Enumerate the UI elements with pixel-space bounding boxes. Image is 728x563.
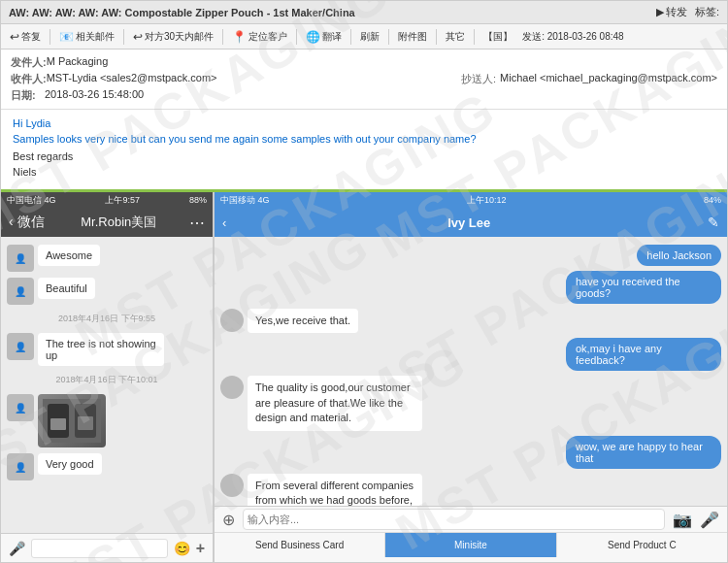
wechat-phone-left: 中国电信 4G 上午9:57 88% ‹ 微信 Mr.Robin美国 ⋯ 👤 A… [1,192,215,562]
chat-bubble: Yes,we receive that. [248,309,358,333]
voice-icon[interactable]: 🎤 [9,541,25,556]
list-item: have you received the goods? [220,271,721,304]
ivy-mic-icon[interactable]: 🎤 [700,511,719,529]
email-header: 发件人: M Packaging 收件人: MST-Lydia <sales2@… [1,50,727,110]
left-battery: 88% [189,195,207,205]
title-bar: AW: AW: AW: AW: AW: Compostable Zipper P… [1,1,727,24]
left-chat-messages: 👤 Awesome 👤 Beautiful 2018年4月16日 下午9:55 … [1,237,213,533]
chat-bubble: hello Jackson [637,245,721,266]
avatar: 👤 [7,245,34,272]
product-image [38,394,106,447]
chat-bubble: The quality is good,our customer are ple… [248,376,422,430]
chat-bubble: Beautiful [38,278,95,299]
chat-bubble: Awesome [38,245,100,266]
emoji-icon[interactable]: 😊 [174,541,190,556]
other-button[interactable]: 其它 [443,29,468,45]
from-value: M Packaging [47,55,717,67]
list-item: ok,may i have any feedback? [220,338,721,371]
left-more-icon[interactable]: ⋯ [189,214,205,232]
ivy-camera-icon[interactable]: 📷 [673,511,692,529]
send-product-button[interactable]: Send Product C [557,533,727,557]
sep3 [222,29,223,45]
cc-label: 抄送人: [461,72,496,86]
sep6 [388,29,389,45]
chat-bubble: Very good [38,453,102,475]
avatar [220,376,244,399]
translate-button[interactable]: 🌐 翻译 [303,29,345,45]
avatar: 👤 [7,333,34,360]
to-row: 收件人: MST-Lydia <sales2@mstpack.com> 抄送人:… [11,72,717,86]
ivy-add-icon[interactable]: ⊕ [222,511,235,529]
related-icon: 📧 [59,30,74,44]
chat-timestamp: 2018年4月16日 下午9:55 [7,313,207,325]
left-input-bar: 🎤 😊 + [1,533,213,562]
list-item: Yes,we receive that. [220,309,721,333]
ivy-icon-row: ⊕ 📷 🎤 [215,507,727,532]
related-email-button[interactable]: 📧 相关邮件 [56,29,117,45]
sep1 [50,29,50,45]
chat-bubble: wow, we are happy to hear that [566,436,721,469]
list-item: hello Jackson [220,245,721,266]
add-icon[interactable]: + [196,540,205,557]
chat-bubble: The tree is not showing up [38,333,164,366]
left-time: 上午9:57 [105,194,140,207]
reply-icon: ↩ [10,30,19,44]
avatar: 👤 [7,394,34,421]
list-item: 👤 The tree is not showing up [7,333,207,366]
sep5 [350,29,351,45]
list-item: From several different companies from wh… [220,474,721,506]
list-item: 👤 Beautiful [7,278,207,305]
from-row: 发件人: M Packaging [11,55,717,70]
chat-timestamp: 2018年4月16日 下午10:01 [7,374,207,386]
toolbar: ↩ 答复 📧 相关邮件 ↩ 对方30天内邮件 📍 定位客户 🌐 翻译 刷新 附件… [1,24,727,50]
left-contact-name: Mr.Robin美国 [49,214,189,231]
left-back-icon[interactable]: ‹ 微信 [9,214,45,231]
right-battery: 84% [704,195,721,205]
email-body: Hi Lydia Samples looks very nice but can… [1,110,727,189]
forward-button[interactable]: ▶ 转发 [656,5,687,19]
ivy-text-input[interactable] [243,509,665,530]
main-container: AW: AW: AW: AW: AW: Compostable Zipper P… [0,0,728,563]
left-status-bar: 中国电信 4G 上午9:57 88% [1,192,213,208]
email-sender: Niels [13,166,715,178]
ivy-back-icon[interactable]: ‹ [222,215,226,230]
email-title: AW: AW: AW: AW: AW: Compostable Zipper P… [9,7,355,18]
list-item: 👤 Very good [7,453,207,480]
svg-rect-3 [50,418,66,430]
minisite-button[interactable]: Minisite [385,533,556,557]
avatar: 👤 [7,278,34,305]
from-label: 发件人: [11,55,47,70]
date-row: 日期: 2018-03-26 15:48:00 [11,88,717,103]
send-business-card-button[interactable]: Send Business Card [215,533,385,557]
list-item: The quality is good,our customer are ple… [220,376,721,430]
date-value: 2018-03-26 15:48:00 [45,88,717,100]
ivy-input-area: ⊕ 📷 🎤 Send Business Card Minisite Send P… [215,506,727,562]
forward-icon: ▶ [656,6,664,18]
avatar [220,474,244,497]
locate-button[interactable]: 📍 定位客户 [229,29,290,45]
right-status-bar: 中国移动 4G 上午10:12 84% [215,192,727,208]
reply-button[interactable]: ↩ 答复 [7,29,44,45]
sep4 [296,29,297,45]
send-info: 发送: 2018-03-26 08:48 [519,29,627,45]
ivy-bottom-buttons: Send Business Card Minisite Send Product… [215,532,727,557]
to-value: MST-Lydia <sales2@mstpack.com> [47,72,449,83]
list-item: wow, we are happy to hear that [220,436,721,469]
date-label: 日期: [11,88,45,103]
refresh-button[interactable]: 刷新 [357,29,382,45]
reply-all-button[interactable]: ↩ 对方30天内邮件 [130,29,216,45]
email-closing: Best regards [13,150,715,162]
left-carrier: 中国电信 4G [7,194,56,207]
locate-icon: 📍 [232,30,247,44]
left-input-field[interactable] [31,539,168,558]
ivy-edit-icon[interactable]: ✎ [708,215,719,230]
chat-bubble: have you received the goods? [566,271,721,304]
email-body-text: Samples looks very nice but can you send… [13,133,715,145]
chat-bubble: From several different companies from wh… [248,474,422,506]
svg-rect-4 [78,416,93,430]
list-item: 👤 [7,394,207,447]
sep7 [436,29,437,45]
list-item: 👤 Awesome [7,245,207,272]
avatar [220,309,244,332]
attach-button[interactable]: 附件图 [395,29,430,45]
